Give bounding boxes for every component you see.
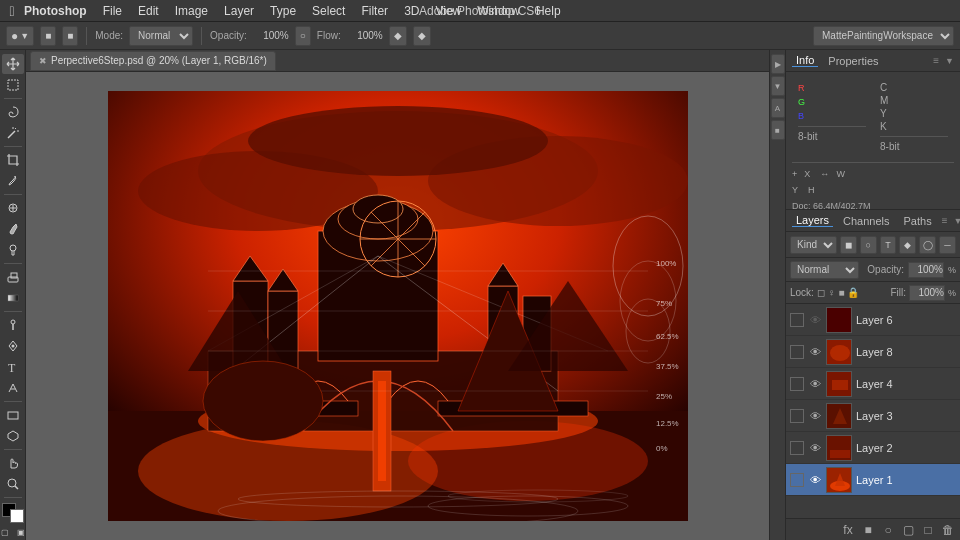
tool-stamp[interactable] — [2, 240, 24, 260]
layer-fx-btn[interactable]: fx — [840, 522, 856, 538]
layer-group-btn[interactable]: ▢ — [900, 522, 916, 538]
tool-pen[interactable] — [2, 336, 24, 356]
kind-filter[interactable]: Kind — [790, 236, 837, 254]
layer-1-visibility-check[interactable] — [790, 473, 804, 487]
lock-position-icon[interactable]: ■ — [838, 287, 844, 298]
tab-close[interactable]: ✖ — [39, 56, 47, 66]
layer-6-visibility-check[interactable] — [790, 313, 804, 327]
document-tab[interactable]: ✖ Perpective6Step.psd @ 20% (Layer 1, RG… — [30, 51, 276, 71]
opacity-input[interactable] — [908, 262, 944, 278]
tool-select-rect[interactable] — [2, 75, 24, 95]
blend-mode-select[interactable]: Normal Multiply Screen — [790, 261, 859, 279]
mini-tool-4[interactable]: ■ — [771, 120, 785, 140]
layer-row-3[interactable]: 👁 Layer 3 — [786, 400, 960, 432]
workspace-selector[interactable]: MattePaintingWorkspace Essentials — [813, 26, 954, 46]
tool-hand[interactable] — [2, 453, 24, 473]
filter-pixel-btn[interactable]: ◼ — [840, 236, 857, 254]
tool-gradient[interactable] — [2, 288, 24, 308]
filter-adjust-btn[interactable]: ○ — [860, 236, 877, 254]
y-pos-label: Y — [792, 185, 798, 195]
tool-brush[interactable] — [2, 219, 24, 239]
layer-6-eye[interactable]: 👁 — [808, 313, 822, 327]
filter-smart-btn[interactable]: ◯ — [919, 236, 936, 254]
layer-3-visibility-check[interactable] — [790, 409, 804, 423]
extra-btn[interactable]: ◆ — [389, 26, 407, 46]
tool-dodge[interactable] — [2, 315, 24, 335]
layer-8-eye[interactable]: 👁 — [808, 345, 822, 359]
apple-logo[interactable]:  — [0, 0, 24, 22]
tool-eraser[interactable] — [2, 267, 24, 287]
brush-preset-btn[interactable]: ■ — [62, 26, 78, 46]
layer-3-eye[interactable]: 👁 — [808, 409, 822, 423]
menu-image[interactable]: Image — [167, 0, 216, 22]
tool-rectangle[interactable] — [2, 405, 24, 425]
info-x: + X — [792, 167, 810, 179]
layer-2-thumb — [826, 435, 852, 461]
tool-move[interactable] — [2, 54, 24, 74]
mini-tool-3[interactable]: A — [771, 98, 785, 118]
layer-2-visibility-check[interactable] — [790, 441, 804, 455]
flow-label: Flow: — [317, 30, 341, 41]
svg-text:37.5%: 37.5% — [656, 362, 679, 371]
panel-close[interactable]: ▼ — [945, 56, 954, 66]
tool-text[interactable]: T — [2, 357, 24, 377]
layer-delete-btn[interactable]: 🗑 — [940, 522, 956, 538]
layer-mask-btn[interactable]: ■ — [860, 522, 876, 538]
layer-3-name: Layer 3 — [856, 410, 956, 422]
svg-point-14 — [11, 344, 14, 347]
layers-collapse[interactable]: ▼ — [954, 216, 961, 226]
filter-type-btn[interactable]: T — [880, 236, 897, 254]
extra-btn2[interactable]: ◆ — [413, 26, 431, 46]
tool-zoom[interactable] — [2, 474, 24, 494]
layer-row-8[interactable]: 👁 Layer 8 — [786, 336, 960, 368]
layer-4-eye[interactable]: 👁 — [808, 377, 822, 391]
mini-tool-2[interactable]: ▼ — [771, 76, 785, 96]
menu-file[interactable]: File — [95, 0, 130, 22]
tool-heal[interactable] — [2, 198, 24, 218]
fill-input[interactable] — [909, 285, 945, 301]
info-tab[interactable]: Info — [792, 54, 818, 67]
layer-adjust-btn[interactable]: ○ — [880, 522, 896, 538]
layer-4-visibility-check[interactable] — [790, 377, 804, 391]
brush-tool-btn[interactable]: ● ▼ — [6, 26, 34, 46]
filter-shape-btn[interactable]: ◆ — [899, 236, 916, 254]
layer-row-4[interactable]: 👁 Layer 4 — [786, 368, 960, 400]
menu-type[interactable]: Type — [262, 0, 304, 22]
panel-options[interactable]: ≡ — [933, 55, 939, 66]
mode-select[interactable]: Normal Multiply Screen — [129, 26, 193, 46]
layer-new-btn[interactable]: □ — [920, 522, 936, 538]
mini-tool-1[interactable]: ▶ — [771, 54, 785, 74]
fg-bg-colors[interactable] — [2, 503, 24, 523]
menu-filter[interactable]: Filter — [353, 0, 396, 22]
canvas-container[interactable]: 100% 75% 62.5% 37.5% 25% 12.5% 0% — [26, 72, 769, 540]
layers-options[interactable]: ≡ — [942, 215, 948, 226]
menu-select[interactable]: Select — [304, 0, 353, 22]
lock-transparent-icon[interactable]: ◻ — [817, 287, 825, 298]
properties-tab[interactable]: Properties — [824, 55, 882, 67]
svg-point-28 — [408, 421, 648, 501]
layers-tab[interactable]: Layers — [792, 214, 833, 227]
channels-tab[interactable]: Channels — [839, 215, 893, 227]
tool-crop[interactable] — [2, 150, 24, 170]
menu-edit[interactable]: Edit — [130, 0, 167, 22]
info-g-row: G — [798, 96, 866, 108]
layer-row-6[interactable]: 👁 Layer 6 — [786, 304, 960, 336]
lock-image-icon[interactable]: ♀ — [828, 287, 836, 298]
layer-1-eye[interactable]: 👁 — [808, 473, 822, 487]
menu-layer[interactable]: Layer — [216, 0, 262, 22]
tool-eyedropper[interactable] — [2, 171, 24, 191]
tool-magic-wand[interactable] — [2, 123, 24, 143]
tool-lasso[interactable] — [2, 102, 24, 122]
lock-all-icon[interactable]: 🔒 — [847, 287, 859, 298]
tool-3d[interactable] — [2, 426, 24, 446]
standard-mode[interactable]: ▢ — [0, 526, 12, 540]
tool-path-select[interactable] — [2, 378, 24, 398]
layer-row-2[interactable]: 👁 Layer 2 — [786, 432, 960, 464]
paths-tab[interactable]: Paths — [900, 215, 936, 227]
filter-toggle-btn[interactable]: ─ — [939, 236, 956, 254]
brush-size-btn[interactable]: ■ — [40, 26, 56, 46]
layer-8-visibility-check[interactable] — [790, 345, 804, 359]
layer-2-eye[interactable]: 👁 — [808, 441, 822, 455]
airbrush-btn[interactable]: ○ — [295, 26, 311, 46]
layer-row-1[interactable]: 👁 Layer 1 — [786, 464, 960, 496]
